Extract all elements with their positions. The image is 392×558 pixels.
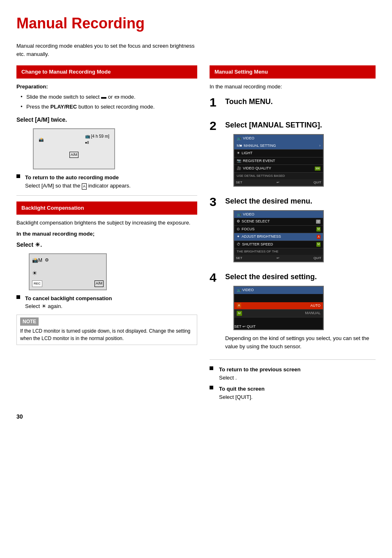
ms1-register-icon: 📷	[237, 158, 241, 164]
ms2-scene-label: SCENE SELECT	[242, 219, 316, 225]
section1-header: Change to Manual Recording Mode	[16, 65, 197, 79]
setting-desc: Depending on the kind of settings you se…	[225, 334, 376, 350]
ms2-scene-badge: 卍	[316, 220, 321, 224]
am-badge: A/M	[69, 152, 78, 158]
ss-back: ↩	[242, 324, 246, 329]
left-column: Change to Manual Recording Mode Preparat…	[16, 65, 197, 345]
ms2-row-focus: ⊙ FOCUS M	[234, 226, 323, 234]
ss-header: 📺 VIDEO	[234, 287, 323, 294]
note-text: If the LCD monitor is turned upside down…	[20, 327, 194, 342]
ss-row-manual: M MANUAL	[234, 310, 323, 317]
cancel-bl-note: To cancel backlight compensationSelect ☀…	[16, 294, 197, 310]
ms1-back: ↩	[277, 180, 279, 185]
ms1-video-label: VIDEO	[243, 136, 254, 141]
ms1-row-quality: 🎥 VIDEO QUALITY M4	[234, 165, 323, 173]
ss-a-badge: A	[237, 303, 241, 308]
ms2-scene-icon: ⚙	[237, 219, 240, 225]
prep-bullet-1: Slide the mode switch to select ▬ or ▭ m…	[21, 93, 197, 101]
step-4-row: 4 Select the desired setting. 📺 VIDEO A …	[210, 271, 376, 350]
step-2-num: 2	[210, 120, 221, 132]
ss-spacer2	[234, 317, 323, 324]
return-auto-text: To return to the auto recording modeSele…	[25, 174, 131, 190]
ms2-shutter-badge: M	[316, 242, 321, 247]
quit-text: To quit the screenSelect [QUIT].	[219, 385, 265, 401]
settings-icon: ⚙	[45, 257, 49, 264]
ms1-header: 📺 VIDEO	[234, 135, 323, 142]
step-3-content: Select the desired menu. 📺 VIDEO ⚙ SCENE…	[225, 196, 376, 263]
step-1-title: Touch MENU.	[225, 96, 376, 107]
ms2-brightness-label: ADJUST BRIGHTNESS	[242, 234, 317, 240]
ms1-register-label: REGISTER EVENT	[243, 158, 319, 164]
step-2-row: 2 Select [MANUAL SETTING]. 📺 VIDEO M■ MA…	[210, 120, 376, 187]
backlight-icons: 📸M ⚙	[32, 257, 49, 264]
ss-auto-label: AUTO	[310, 303, 321, 309]
ss-video-label: VIDEO	[242, 288, 254, 292]
ms1-arrow: ›	[319, 143, 321, 149]
ms2-quit: QUIT	[314, 256, 321, 261]
ms2-brightness-badge: A	[317, 235, 321, 239]
step-2-content: Select [MANUAL SETTING]. 📺 VIDEO M■ MANU…	[225, 120, 376, 187]
step-3-row: 3 Select the desired menu. 📺 VIDEO ⚙ SCE…	[210, 196, 376, 263]
ms2-row-shutter: ⏱ SHUTTER SPEED M	[234, 241, 323, 249]
ms2-video-icon: 📺	[237, 212, 241, 218]
right-column: Manual Setting Menu In the manual record…	[210, 65, 376, 404]
bullet-sq4	[210, 386, 213, 389]
step-3-num: 3	[210, 196, 221, 208]
ms1-set: SET	[236, 180, 242, 185]
return-auto-note: To return to the auto recording modeSele…	[16, 174, 197, 190]
section2-header: Backlight Compensation	[16, 201, 197, 215]
step-4-num: 4	[210, 271, 221, 284]
cancel-bl-text: To cancel backlight compensationSelect ☀…	[25, 294, 112, 310]
step-4-title: Select the desired setting.	[225, 271, 376, 282]
menu-screen-2: 📺 VIDEO ⚙ SCENE SELECT 卍 ⊙ FOCUS M ✦	[233, 210, 324, 263]
ms1-footer: SET ↩ QUIT	[234, 179, 323, 186]
ms2-video-label: VIDEO	[243, 212, 254, 218]
ss-spacer	[234, 294, 323, 302]
step-3-title: Select the desired menu.	[225, 196, 376, 207]
ms2-row-scene: ⚙ SCENE SELECT 卍	[234, 218, 323, 226]
menu-screen-1: 📺 VIDEO M■ MANUAL SETTING › ☀ LIGHT	[233, 134, 324, 187]
ms2-header: 📺 VIDEO	[234, 211, 323, 218]
divider1	[16, 195, 197, 196]
ss-video-icon: 📺	[237, 288, 241, 292]
ms1-row-register: 📷 REGISTER EVENT	[234, 157, 323, 165]
camera-icon: 📸	[39, 137, 44, 143]
bullet-sq3	[210, 366, 213, 370]
step-1-content: Touch MENU.	[225, 96, 376, 111]
ms1-row-manual: M■ MANUAL SETTING ›	[234, 142, 323, 150]
backlight-desc: Backlight compensation brightens the sub…	[16, 219, 197, 227]
in-manual-label: In the manual recording mode;	[16, 230, 197, 238]
return-prev-text: To return to the previous screenSelect .	[219, 366, 300, 382]
ms2-info: THE BRIGHTNESS OF THE	[234, 248, 323, 255]
intro-text: Manual recording mode enables you to set…	[16, 42, 197, 58]
ms2-footer: SET ↩ QUIT	[234, 255, 323, 262]
am-screen-mockup: 📸 📺 [4 h 59 m]●Ⅱ A/M	[33, 128, 115, 169]
note-block: NOTE If the LCD monitor is turned upside…	[16, 315, 197, 345]
ms2-row-brightness: ✦ ADJUST BRIGHTNESS A	[234, 233, 323, 241]
ms1-quality-icon: 🎥	[237, 166, 241, 171]
ms2-set: SET	[236, 256, 242, 261]
ms1-manual-icon: M■	[237, 143, 242, 149]
ms2-focus-icon: ⊙	[237, 227, 240, 232]
sun-backlight-icon: ☀	[32, 270, 37, 276]
backlight-screen-mockup: 📸M ⚙ ☀ REC A/M	[29, 253, 107, 290]
divider-right	[210, 359, 376, 360]
step-1-row: 1 Touch MENU.	[210, 96, 376, 111]
setting-screen: 📺 VIDEO A AUTO M MANUAL SET	[233, 286, 324, 330]
note-title: NOTE	[20, 317, 39, 326]
ms2-shutter-label: SHUTTER SPEED	[242, 242, 316, 248]
select-am-label: Select [A/M] twice.	[16, 116, 197, 124]
ss-manual-label: MANUAL	[305, 310, 321, 316]
page-number: 30	[16, 412, 376, 421]
ms2-shutter-icon: ⏱	[237, 242, 240, 248]
ms2-back: ↩	[277, 256, 279, 261]
step-2-title: Select [MANUAL SETTING].	[225, 120, 376, 131]
ms1-light-icon: ☀	[237, 150, 240, 156]
rec-badge: REC	[32, 280, 42, 287]
ss-m-badge: M	[237, 311, 242, 316]
ss-set: SET	[234, 324, 241, 329]
return-prev-note: To return to the previous screenSelect .	[210, 366, 376, 382]
page-title: Manual Recording	[16, 12, 376, 35]
bullet-sq2	[16, 295, 20, 299]
camera-m-icon: 📸M	[32, 257, 42, 264]
